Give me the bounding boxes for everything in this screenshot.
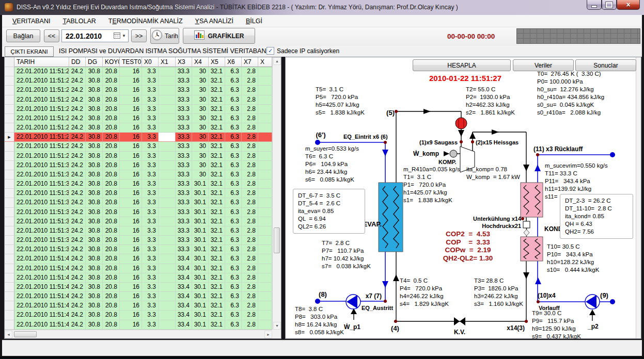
column-header-dg[interactable]: DG — [86, 57, 103, 67]
scroll-up-icon[interactable]: ▲ — [273, 57, 281, 65]
menu-item-bi-lgi-[interactable]: BİLGİ — [240, 16, 269, 26]
table-cell: 22.01.2010 11:51:33 — [14, 189, 69, 198]
table-cell — [258, 76, 272, 86]
next-day-button[interactable]: >> — [131, 29, 147, 42]
menu-item-tablolar[interactable]: TABLOLAR — [56, 16, 102, 26]
table-row[interactable]: 22.01.2010 11:51:2224.230.820.8163.333.3… — [5, 86, 272, 95]
table-row[interactable]: 22.01.2010 11:51:2524.230.820.8163.333.3… — [5, 114, 272, 123]
graphs-button[interactable]: GRAFİKLER — [183, 28, 255, 44]
chevron-down-icon[interactable]: ▼ — [122, 34, 126, 38]
table-row[interactable]: 22.01.2010 11:51:4624.230.820.8163.333.4… — [5, 311, 272, 320]
table-cell: 3.3 — [142, 86, 159, 95]
table-row[interactable]: 22.01.2010 11:51:3924.230.820.8163.333.3… — [5, 245, 272, 254]
checkbox-check-icon[interactable]: ✓ — [266, 47, 274, 55]
scroll-left-icon[interactable]: ◄ — [5, 331, 12, 338]
column-header-x0[interactable]: X0 — [142, 57, 159, 67]
table-row[interactable]: 22.01.2010 11:51:4124.230.820.8163.333.4… — [5, 264, 272, 273]
maximize-button[interactable] — [602, 0, 617, 10]
table-cell: 32.1 — [209, 208, 225, 217]
table-cell: 6.3 — [225, 152, 242, 161]
table-row[interactable]: 22.01.2010 11:51:3824.230.820.8163.333.3… — [5, 236, 272, 245]
table-row[interactable]: 22.01.2010 11:51:3624.230.820.8163.333.3… — [5, 217, 272, 226]
scroll-right-icon[interactable]: ► — [264, 331, 272, 338]
table-cell: 6.3 — [225, 114, 242, 123]
table-cell: 32.1 — [209, 283, 225, 292]
horizontal-scrollbar[interactable]: ◄ ► — [5, 330, 272, 338]
minimize-button[interactable] — [587, 0, 602, 10]
table-row[interactable]: 22.01.2010 11:51:3024.230.820.8163.333.3… — [5, 161, 272, 170]
scroll-down-icon[interactable]: ▼ — [273, 322, 281, 330]
table-row[interactable]: 22.01.2010 11:51:2024.230.820.8163.333.3… — [5, 67, 272, 76]
date-button[interactable]: Tarih — [150, 28, 179, 44]
results-button[interactable]: Sonuclar — [575, 59, 636, 71]
title-bar: DISS-An v9.2 Yıldız Enerji Evi Duvardan … — [0, 0, 644, 15]
column-header-x5[interactable]: X5 — [209, 57, 225, 67]
column-header-x1[interactable]: X1 — [159, 57, 176, 67]
menu-item-ysa-anali-zi-[interactable]: YSA ANALİZİ — [189, 16, 240, 26]
table-row[interactable]: 22.01.2010 11:51:3324.230.820.8163.333.3… — [5, 189, 272, 198]
column-header-dd[interactable]: DD — [69, 57, 86, 67]
column-header-koy0[interactable]: KOY0 — [103, 57, 120, 67]
ip-only-checkbox[interactable]: ✓ Sadece IP calisiyorken — [266, 47, 339, 55]
table-row[interactable]: 22.01.2010 11:51:2424.230.820.8163.333.3… — [5, 105, 272, 114]
table-row[interactable]: 22.01.2010 11:51:3124.230.820.8163.333.3… — [5, 170, 272, 180]
column-header-x3[interactable]: X3 — [176, 57, 192, 67]
date-picker[interactable]: 22.01.2010 ▼ — [61, 29, 129, 42]
table-row[interactable]: 22.01.2010 11:51:2324.230.820.8163.333.3… — [5, 95, 272, 105]
table-row[interactable]: 22.01.2010 11:51:3424.230.820.8163.333.3… — [5, 198, 272, 207]
table-cell: 30.8 — [86, 142, 103, 151]
menu-item-termodi-nami-k-anali-z[interactable]: TERMODİNAMİK ANALİZ — [102, 16, 189, 26]
connect-button[interactable]: Bağlan — [6, 29, 40, 42]
prev-day-button[interactable]: << — [44, 29, 59, 42]
table-cell: 2.8 — [242, 208, 258, 217]
column-header-tarih[interactable]: TARIH — [14, 57, 69, 67]
vertical-scrollbar[interactable]: ▲ ▼ — [272, 57, 281, 330]
table-cell: 32.1 — [209, 86, 225, 95]
table-row[interactable]: 22.01.2010 11:51:3224.230.820.8163.333.3… — [5, 180, 272, 189]
tab-output-screen[interactable]: ÇIKTI EKRANI — [5, 46, 54, 57]
table-row[interactable]: 22.01.2010 11:51:2124.230.820.8163.333.3… — [5, 76, 272, 86]
table-cell: 30.1 — [192, 217, 209, 226]
column-header-x[interactable]: X — [258, 57, 272, 67]
table-cell: 30.1 — [192, 226, 209, 236]
row-marker — [5, 180, 14, 189]
table-cell: 32.1 — [209, 189, 225, 198]
row-marker — [5, 198, 14, 207]
table-cell: 6.3 — [225, 226, 242, 236]
close-button[interactable]: × — [617, 0, 640, 10]
column-header-test0[interactable]: TEST0 — [120, 57, 142, 67]
menu-item-veritabani[interactable]: VERITABANI — [6, 16, 56, 26]
vertical-scroll-thumb[interactable] — [274, 227, 280, 253]
table-row[interactable]: 22.01.2010 11:51:2924.230.820.8163.333.3… — [5, 152, 272, 161]
table-row[interactable]: ▸22.01.2010 11:51:2724.230.820.8163.333.… — [5, 133, 272, 142]
table-row[interactable]: 22.01.2010 11:51:4224.230.820.8163.333.4… — [5, 273, 272, 283]
table-row[interactable]: 22.01.2010 11:51:4524.230.820.8163.333.4… — [5, 301, 272, 311]
horizontal-scroll-thumb[interactable] — [14, 331, 37, 337]
table-row[interactable]: 22.01.2010 11:51:2824.230.820.8163.333.3… — [5, 142, 272, 151]
table-cell: 30.1 — [192, 273, 209, 283]
column-header-x4[interactable]: X4 — [192, 57, 209, 67]
coupling-icon — [450, 150, 457, 157]
table-row[interactable]: 22.01.2010 11:51:3524.230.820.8163.333.3… — [5, 208, 272, 217]
table-row[interactable]: 22.01.2010 11:51:3724.230.820.8163.333.3… — [5, 226, 272, 236]
row-marker — [5, 189, 14, 198]
table-cell — [159, 95, 176, 105]
table-row[interactable]: 22.01.2010 11:51:4024.230.820.8163.333.4… — [5, 254, 272, 264]
table-cell: 24.2 — [69, 311, 86, 320]
table-cell — [159, 86, 176, 95]
row-marker — [5, 105, 14, 114]
table-cell: 24.2 — [69, 133, 86, 142]
table-cell: 24.2 — [69, 161, 86, 170]
table-row[interactable]: 22.01.2010 11:51:4724.230.820.8163.333.4… — [5, 320, 272, 330]
table-row[interactable]: 22.01.2010 11:51:2624.230.820.8163.333.3… — [5, 123, 272, 133]
table-cell: 30 — [192, 105, 209, 114]
table-cell: 24.2 — [69, 217, 86, 226]
calculate-button[interactable]: HESAPLA — [413, 59, 511, 71]
column-header-x7[interactable]: X7 — [242, 57, 258, 67]
column-header-x6[interactable]: X6 — [225, 57, 242, 67]
table-row[interactable]: 22.01.2010 11:51:4324.230.820.8163.333.4… — [5, 283, 272, 292]
data-button[interactable]: Veriler — [513, 59, 574, 71]
table-row[interactable]: 22.01.2010 11:51:4424.230.820.8163.333.4… — [5, 292, 272, 301]
table-cell: 30.8 — [86, 95, 103, 105]
label-point-4: (4) — [391, 324, 399, 332]
